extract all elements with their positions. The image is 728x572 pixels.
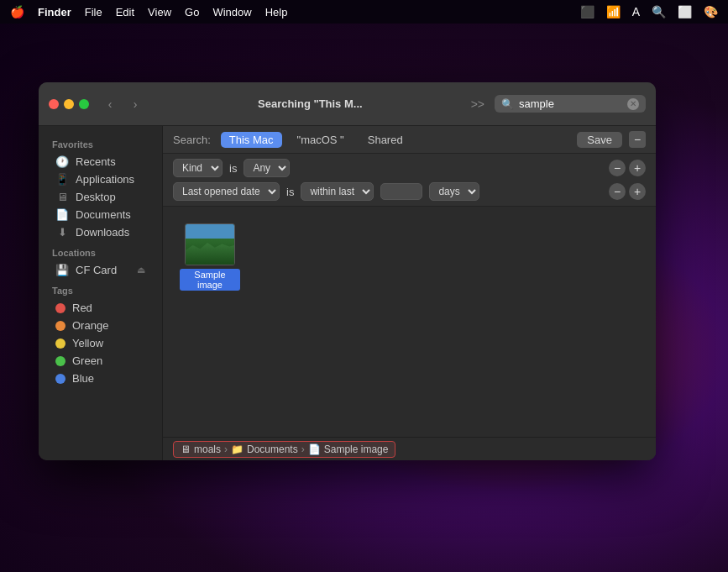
breadcrumb-sep-1: › [224,443,228,455]
menu-edit[interactable]: Edit [116,6,134,18]
filter-date-operator-label: is [286,186,294,198]
screen-icon[interactable]: ⬛ [580,5,594,18]
filter-kind-add-button[interactable]: + [629,160,646,176]
user-icon[interactable]: 🎨 [704,5,718,18]
wifi-icon[interactable]: 📶 [606,5,621,18]
filter-kind-field-select[interactable]: Kind [173,159,223,177]
search-input[interactable] [519,97,622,110]
orange-tag-dot [55,321,65,331]
locations-section-label: Locations [39,241,162,261]
finder-window: ‹ › Searching "This M... >> 🔍 ✕ Favorite… [39,82,656,460]
search-label: Search: [173,134,211,146]
breadcrumb-sample-image[interactable]: 📄 Sample image [308,443,389,455]
downloads-icon: ⬇ [55,226,69,239]
minimize-button[interactable] [64,99,74,109]
recents-icon: 🕐 [55,155,69,168]
filter-date-add-button[interactable]: + [629,183,646,200]
menu-help[interactable]: Help [265,6,288,18]
menu-finder[interactable]: Finder [38,6,71,18]
blue-tag-label: Blue [72,372,94,385]
menu-go[interactable]: Go [185,6,199,18]
search-menu-icon[interactable]: 🔍 [652,5,666,18]
cf-card-row: CF Card ⏏ [76,264,145,276]
breadcrumb-file-icon: 📄 [308,443,321,455]
main-panel: Search: This Mac "macOS " Shared Save − … [163,126,656,460]
filter-date-field-select[interactable]: Last opened date [173,182,280,201]
sidebar-item-documents[interactable]: 📄 Documents [42,206,159,223]
eject-button[interactable]: ⏏ [137,265,145,276]
yellow-tag-label: Yellow [72,337,103,349]
documents-label: Documents [76,208,131,221]
search-clear-button[interactable]: ✕ [627,98,639,110]
menubar: 🍎 Finder File Edit View Go Window Help ⬛… [0,0,728,24]
sample-image-label: Sample image [180,269,240,291]
more-actions-button[interactable]: >> [468,96,488,113]
sidebar-item-applications[interactable]: 📱 Applications [42,171,159,188]
breadcrumb-sep-2: › [301,443,305,455]
file-area[interactable]: Sample image [163,207,656,437]
maximize-button[interactable] [79,99,89,109]
menu-file[interactable]: File [85,6,102,18]
search-icon: 🔍 [501,98,514,110]
filter-area: Kind is Any − + Last [163,154,656,207]
documents-icon: 📄 [55,208,69,221]
sidebar-item-yellow[interactable]: Yellow [42,334,159,352]
apple-menu-icon[interactable]: 🍎 [10,5,24,18]
menu-window[interactable]: Window [212,6,251,18]
filter-date-controls: − + [609,183,646,200]
close-button[interactable] [49,99,59,109]
favorites-section-label: Favorites [39,133,162,153]
sidebar-item-red[interactable]: Red [42,299,159,317]
breadcrumb-moals[interactable]: 🖥 moals [181,443,221,455]
filter-kind-value-select[interactable]: Any [244,159,290,177]
filter-date-remove-button[interactable]: − [609,183,626,200]
forest-image [186,224,234,265]
breadcrumb-documents[interactable]: 📁 Documents [231,443,298,455]
red-tag-label: Red [72,302,92,314]
window-title: Searching "This M... [153,97,468,110]
search-bar[interactable]: 🔍 ✕ [495,95,646,113]
breadcrumb-moals-label: moals [194,443,221,455]
toolbar-right: >> 🔍 ✕ [468,95,646,113]
save-search-button[interactable]: Save [577,132,622,148]
scope-macos-button[interactable]: "macOS " [289,132,353,148]
forward-button[interactable]: › [124,96,146,113]
red-tag-dot [55,303,65,313]
sidebar: Favorites 🕐 Recents 📱 Applications 🖥 Des… [39,126,163,460]
file-item-sample-image[interactable]: Sample image [176,220,244,294]
title-bar: ‹ › Searching "This M... >> 🔍 ✕ [39,82,656,126]
sidebar-item-orange[interactable]: Orange [42,317,159,334]
applications-label: Applications [76,173,134,186]
cf-card-icon: 💾 [55,264,69,276]
blue-tag-dot [55,374,65,384]
breadcrumb-documents-label: Documents [247,443,298,455]
green-tag-label: Green [72,354,102,367]
window-body: Favorites 🕐 Recents 📱 Applications 🖥 Des… [39,126,656,460]
keyboard-icon[interactable]: A [632,5,640,18]
scope-this-mac-button[interactable]: This Mac [221,132,282,148]
breadcrumb: 🖥 moals › 📁 Documents › 📄 Sample image [173,441,395,458]
yellow-tag-dot [55,338,65,349]
desktop-label: Desktop [76,191,116,203]
filter-date-unit-select[interactable]: days [429,182,479,201]
nav-buttons: ‹ › [99,96,146,113]
menu-view[interactable]: View [148,6,171,18]
control-center-icon[interactable]: ⬜ [678,5,692,18]
sidebar-item-green[interactable]: Green [42,352,159,370]
sidebar-item-desktop[interactable]: 🖥 Desktop [42,188,159,206]
menubar-right-icons: ⬛ 📶 A 🔍 ⬜ 🎨 [580,5,718,18]
scope-shared-button[interactable]: Shared [359,132,411,148]
filter-date-value-select[interactable]: within last [301,182,374,201]
back-button[interactable]: ‹ [99,96,121,113]
breadcrumb-sample-image-label: Sample image [324,443,389,455]
sidebar-item-downloads[interactable]: ⬇ Downloads [42,223,159,241]
sidebar-item-blue[interactable]: Blue [42,370,159,387]
filter-kind-remove-button[interactable]: − [609,160,626,176]
filter-date-number-input[interactable] [380,183,422,200]
sidebar-item-recents[interactable]: 🕐 Recents [42,153,159,171]
desktop-icon: 🖥 [55,191,69,203]
sidebar-item-cf-card[interactable]: 💾 CF Card ⏏ [42,261,159,279]
remove-search-button[interactable]: − [629,131,646,148]
desktop: ‹ › Searching "This M... >> 🔍 ✕ Favorite… [0,24,728,572]
sample-image-thumbnail [185,223,235,265]
